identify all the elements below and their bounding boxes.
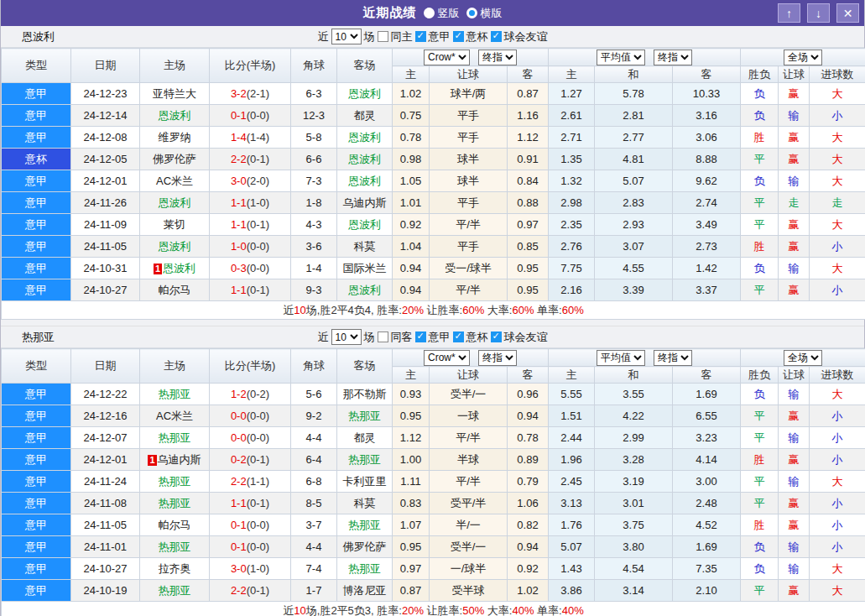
handicap-line: 一/球半 [430,558,508,580]
average-stage-select[interactable]: 终指 [654,50,692,65]
match-score: 1-1(0-1) [210,279,291,301]
bookmaker-select[interactable]: Crow* [424,50,470,65]
col-goals: 进球数 [810,367,865,384]
league-friendly-checkbox[interactable] [491,331,502,342]
corner-count: 4-3 [291,214,337,236]
league-type-cell: 意甲 [2,105,71,127]
match-count-select[interactable]: 10 [331,29,362,44]
handicap-home-odds: 0.93 [393,384,430,405]
corner-count: 4-4 [291,536,337,558]
handicap-away-odds: 0.97 [508,214,549,236]
league-coppa-checkbox[interactable] [453,31,464,42]
league-coppa-checkbox[interactable] [453,331,464,342]
same-venue-checkbox[interactable] [378,331,388,342]
league-type-cell: 意甲 [2,471,71,493]
match-row: 意甲24-12-16AC米兰0-0(0-0)9-2热那亚0.95一球0.941.… [2,405,865,427]
wdl-result: 负 [741,83,779,105]
league-coppa-label: 意杯 [466,29,488,44]
team-name-cell: 恩波利 [337,83,393,105]
col-wdl: 胜负 [741,66,779,83]
bookmaker-select[interactable]: Crow* [424,350,470,366]
handicap-away-odds: 0.89 [508,449,549,471]
summary-stat-value: 20% [402,604,424,616]
scope-select[interactable]: 全场 [784,50,822,65]
team-name: AC米兰 [156,175,193,187]
col-type: 类型 [2,349,71,384]
halftime-score: (0-0) [247,519,269,531]
handicap-stage-select[interactable]: 终指 [478,350,517,366]
col-home: 主场 [140,49,210,83]
corner-count: 9-3 [291,279,337,301]
radio-selected-icon[interactable] [466,8,477,18]
match-date: 24-10-27 [71,279,140,301]
scroll-up-button[interactable]: ↑ [778,3,800,23]
radio-horizontal-label[interactable]: 横版 [481,6,503,21]
corner-count: 1-7 [291,580,337,602]
handicap-stage-select[interactable]: 终指 [478,50,517,65]
avg-home-odds: 1.32 [549,170,595,192]
goals-result: 大 [810,170,865,192]
team-name: 热那亚 [348,562,381,575]
halftime-score: (1-4) [247,131,269,144]
goals-result: 小 [810,493,865,514]
league-friendly-checkbox[interactable] [491,31,502,42]
avg-away-odds: 4.52 [673,514,741,536]
avg-draw-odds: 3.80 [595,536,673,558]
scope-select[interactable]: 全场 [784,350,822,366]
team-name-cell: AC米兰 [140,170,210,192]
col-score: 比分(半场) [210,349,291,384]
team-name: 乌迪内斯 [343,196,387,209]
league-type-cell: 意甲 [2,279,71,301]
team-name-cell: 佛罗伦萨 [140,149,210,170]
section-header-empoli: 恩波利 近 10 场 同主 意甲 意杯 球会友谊 [1,26,864,48]
league-friendly-label: 球会友谊 [504,29,548,44]
col-handicap-away: 客 [508,66,549,83]
match-score: 2-2(1-1) [210,471,291,493]
league-seriea-checkbox[interactable] [415,31,426,42]
team-name-cell: 科莫 [337,236,393,258]
col-handicap-result: 让球 [779,66,810,83]
fulltime-score: 0-1 [231,519,247,531]
close-button[interactable]: ✕ [836,3,859,23]
handicap-result: 赢 [779,236,810,258]
match-count-select[interactable]: 10 [331,329,362,345]
handicap-away-odds: 0.82 [508,514,549,536]
scroll-down-button[interactable]: ↓ [807,3,830,23]
goals-result: 小 [810,449,865,471]
team-name: 热那亚 [159,584,191,597]
handicap-result: 赢 [779,279,810,301]
same-venue-checkbox[interactable] [378,31,388,42]
team-name-cell: 维罗纳 [140,127,210,149]
avg-draw-odds: 2.81 [595,105,673,127]
team-name: 热那亚 [348,519,381,531]
handicap-home-odds: 0.87 [393,580,430,602]
radio-horizontal-layout[interactable]: 横版 [466,6,503,21]
handicap-away-odds: 0.79 [508,471,549,493]
match-row: 意甲24-11-26恩波利1-1(1-0)1-8乌迪内斯1.01平手0.882.… [2,192,865,214]
goals-result: 大 [810,384,865,405]
stats-summary: 近10场,胜2平5负3, 胜率:20% 让胜率:50% 大率:40% 单率:40… [2,602,865,616]
team-name: 科莫 [354,497,376,509]
corner-count: 4-4 [291,427,337,449]
summary-stat-value: 50% [462,604,484,616]
radio-circle-icon[interactable] [424,8,435,18]
match-row: 意甲24-12-22热那亚1-2(0-2)5-6那不勒斯0.93受半/一0.96… [2,384,865,405]
handicap-line: 平手 [430,236,508,258]
average-select[interactable]: 平均值 [597,50,645,65]
col-home: 主场 [140,349,210,384]
league-seriea-checkbox[interactable] [415,331,426,342]
average-select[interactable]: 平均值 [597,350,645,366]
average-stage-select[interactable]: 终指 [654,350,692,366]
league-type-cell: 意甲 [2,493,71,514]
corner-count: 6-3 [291,83,337,105]
radio-vertical-layout[interactable]: 竖版 [424,6,460,21]
col-corner: 角球 [291,349,337,384]
summary-stat-value: 20% [402,304,424,316]
halftime-score: (1-0) [247,562,269,575]
radio-vertical-label[interactable]: 竖版 [438,6,460,21]
match-date: 24-11-01 [71,536,140,558]
match-row: 意甲24-10-19热那亚2-2(0-1)1-7博洛尼亚0.87受半球1.023… [2,580,865,602]
match-date: 24-12-08 [71,127,140,149]
handicap-result: 赢 [779,83,810,105]
avg-draw-odds: 5.07 [595,170,673,192]
